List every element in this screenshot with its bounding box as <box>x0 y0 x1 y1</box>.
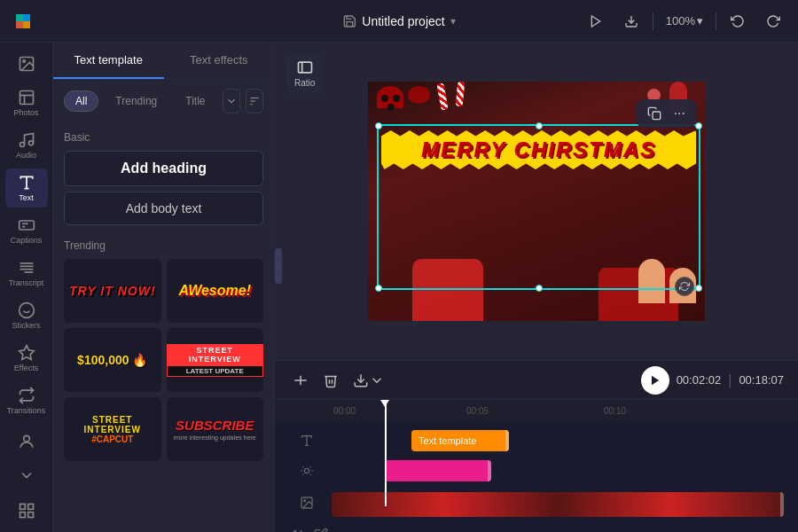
zoom-control[interactable]: 100% ▾ <box>661 11 708 31</box>
svg-rect-26 <box>27 512 33 518</box>
clip-image-drag-right[interactable] <box>780 492 784 517</box>
project-chevron-icon[interactable]: ▾ <box>450 15 456 27</box>
try-it-now-text: TRY IT NOW! <box>69 284 156 298</box>
stickers-icon <box>18 301 35 319</box>
more-options-btn[interactable]: ··· <box>672 104 687 123</box>
ratio-btn[interactable]: Ratio <box>286 53 324 93</box>
trending-item-subscribe[interactable]: SUBSCRIBE more interesting updates here <box>167 397 264 461</box>
svg-rect-30 <box>298 62 311 73</box>
tab-text-effects[interactable]: Text effects <box>164 43 275 79</box>
filter-trending[interactable]: Trending <box>104 90 168 112</box>
filter-more-btn[interactable] <box>223 89 240 113</box>
trending-item-street-interview[interactable]: STREET INTERVIEW LATEST UPDATE <box>167 328 264 392</box>
playhead-triangle <box>380 400 389 407</box>
track-icon-text <box>289 434 325 448</box>
redo-icon <box>766 14 780 28</box>
trending-item-money[interactable]: $100,000 🔥 <box>64 328 161 392</box>
chevron-down-icon <box>369 372 385 388</box>
sidebar-grid-btn[interactable] <box>5 497 48 525</box>
grid-icon <box>18 502 35 520</box>
audio-icon <box>18 131 35 149</box>
download-btn[interactable] <box>617 11 645 32</box>
sidebar-more-btn[interactable] <box>5 427 48 458</box>
clip-drag-right[interactable] <box>505 430 509 451</box>
trending-item-awesome[interactable]: AWesome! <box>167 259 264 323</box>
sidebar-label-transcript: Transcript <box>9 278 44 287</box>
trending-grid: TRY IT NOW! AWesome! $100,000 🔥 STREET I… <box>64 259 263 461</box>
clip-image[interactable] <box>332 492 784 517</box>
trending-item-try-it-now[interactable]: TRY IT NOW! <box>64 259 161 323</box>
save-icon <box>342 14 356 28</box>
sidebar-item-captions[interactable]: Captions <box>5 211 48 250</box>
topbar-divider <box>653 12 653 30</box>
sidebar-item-audio[interactable]: Audio <box>5 126 48 165</box>
sidebar-item-text[interactable]: Text <box>5 168 48 207</box>
sidebar-item-media[interactable] <box>5 50 48 80</box>
trending-item-street-capcut[interactable]: STREET INTERVIEW #CAPCUT <box>64 397 161 461</box>
filter-all[interactable]: All <box>64 90 98 112</box>
copy-style-btn[interactable] <box>645 105 663 122</box>
captions-icon <box>18 216 35 234</box>
playback-right: 00:02:02 | 00:18:07 <box>641 366 784 395</box>
panel-drag-handle[interactable]: ⋮ <box>275 248 282 284</box>
svg-point-3 <box>22 60 24 63</box>
undo-btn[interactable] <box>724 11 752 32</box>
clip-text-template[interactable]: Text template <box>411 430 509 451</box>
basic-section-title: Basic <box>64 131 263 144</box>
sidebar-item-transitions[interactable]: Transitions <box>5 381 48 420</box>
ruler-mark-5: 00:05 <box>466 406 489 416</box>
edit-icon <box>314 528 328 532</box>
topbar-divider2 <box>716 12 716 30</box>
sidebar-item-photos[interactable]: Photos <box>5 83 48 122</box>
sidebar-label-photos: Photos <box>13 108 38 117</box>
edit-btn[interactable] <box>314 528 328 532</box>
selection-toolbar: ··· <box>637 99 696 128</box>
rotate-handle[interactable] <box>675 277 694 296</box>
add-body-text-btn[interactable]: Add body text <box>64 192 263 225</box>
clip-pink[interactable] <box>385 460 491 481</box>
timeline-ruler: 00:00 00:05 00:10 <box>275 400 798 421</box>
trim-btn[interactable] <box>289 369 312 392</box>
sidebar-item-stickers[interactable]: Stickers <box>5 296 48 335</box>
sidebar-label-effects: Effects <box>14 364 38 372</box>
trash-icon <box>323 372 339 388</box>
svg-point-41 <box>304 500 306 502</box>
panel-content: Basic Add heading Add body text Trending… <box>53 122 274 532</box>
user-icon <box>18 433 35 450</box>
play-preview-btn[interactable] <box>582 11 610 32</box>
tab-text-template[interactable]: Text template <box>53 43 164 79</box>
zoom-chevron-icon: ▾ <box>697 14 703 27</box>
sidebar-expand-btn[interactable] <box>5 461 48 489</box>
topbar-actions: 100% ▾ <box>582 11 787 32</box>
subscribe-text: SUBSCRIBE more interesting updates here <box>174 418 256 441</box>
delete-btn[interactable] <box>319 369 342 392</box>
svg-point-18 <box>19 303 34 318</box>
playhead[interactable] <box>385 400 387 506</box>
add-heading-btn[interactable]: Add heading <box>64 151 263 186</box>
app-logo[interactable] <box>11 9 35 34</box>
clip-pink-drag-right[interactable] <box>488 460 491 481</box>
track-pink <box>289 458 784 483</box>
svg-rect-25 <box>20 512 25 518</box>
awesome-text: AWesome! <box>178 283 251 299</box>
play-pause-btn[interactable] <box>641 366 669 395</box>
canvas-image[interactable]: MERRY CHIRSTMAS <box>368 82 705 321</box>
street-capcut-text: STREET INTERVIEW #CAPCUT <box>64 415 161 444</box>
sidebar-item-transcript[interactable]: Transcript <box>5 254 48 293</box>
text-panel: Text template Text effects All Trending … <box>53 43 275 532</box>
image-track-icon <box>300 496 314 510</box>
timeline: 00:00 00:05 00:10 T <box>275 399 798 532</box>
volume-btn[interactable] <box>289 528 303 532</box>
export-btn[interactable] <box>349 369 388 392</box>
filter-sort-btn[interactable] <box>246 89 263 113</box>
svg-rect-4 <box>20 91 33 105</box>
total-time: 00:18:07 <box>739 373 784 387</box>
canvas-wrapper: Ratio <box>275 43 798 360</box>
sidebar-item-effects[interactable]: Effects <box>5 339 48 378</box>
filter-title[interactable]: Title <box>174 90 216 112</box>
play-icon <box>649 374 661 387</box>
redo-btn[interactable] <box>759 11 787 32</box>
zoom-level: 100% <box>666 14 695 27</box>
photos-icon <box>18 89 35 106</box>
canvas-area: ⋮ Ratio <box>275 43 798 532</box>
